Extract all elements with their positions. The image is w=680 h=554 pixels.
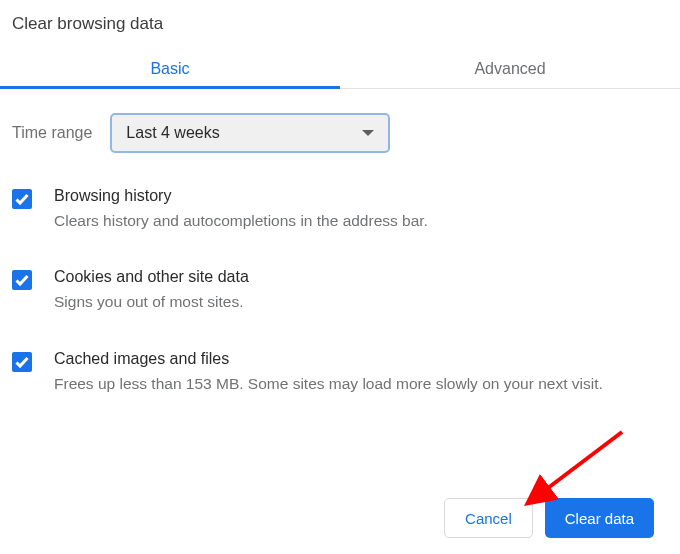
checkbox-browsing-history[interactable] (12, 189, 32, 209)
chevron-down-icon (362, 130, 374, 136)
time-range-row: Time range Last 4 weeks (12, 89, 668, 163)
option-cached: Cached images and files Frees up less th… (12, 350, 668, 395)
option-title: Cached images and files (54, 350, 668, 368)
option-browsing-history: Browsing history Clears history and auto… (12, 187, 668, 232)
checkbox-cookies[interactable] (12, 270, 32, 290)
option-title: Browsing history (54, 187, 668, 205)
time-range-value: Last 4 weeks (126, 124, 219, 142)
option-text: Browsing history Clears history and auto… (54, 187, 668, 232)
tab-bar: Basic Advanced (0, 52, 680, 89)
option-desc: Signs you out of most sites. (54, 290, 668, 313)
cancel-button[interactable]: Cancel (444, 498, 533, 538)
tab-basic[interactable]: Basic (0, 52, 340, 88)
options-list: Browsing history Clears history and auto… (12, 163, 668, 395)
dialog-actions: Cancel Clear data (444, 498, 654, 538)
option-title: Cookies and other site data (54, 268, 668, 286)
svg-line-1 (540, 432, 622, 494)
option-cookies: Cookies and other site data Signs you ou… (12, 268, 668, 313)
time-range-select[interactable]: Last 4 weeks (110, 113, 390, 153)
clear-browsing-data-dialog: Clear browsing data Basic Advanced Time … (0, 0, 680, 395)
check-icon (14, 354, 30, 370)
check-icon (14, 272, 30, 288)
tab-advanced[interactable]: Advanced (340, 52, 680, 88)
time-range-label: Time range (12, 124, 92, 142)
option-desc: Frees up less than 153 MB. Some sites ma… (54, 372, 668, 395)
option-text: Cookies and other site data Signs you ou… (54, 268, 668, 313)
option-text: Cached images and files Frees up less th… (54, 350, 668, 395)
dialog-title: Clear browsing data (12, 10, 668, 52)
clear-data-button[interactable]: Clear data (545, 498, 654, 538)
annotation-arrow-icon (522, 428, 632, 508)
option-desc: Clears history and autocompletions in th… (54, 209, 668, 232)
check-icon (14, 191, 30, 207)
checkbox-cached[interactable] (12, 352, 32, 372)
